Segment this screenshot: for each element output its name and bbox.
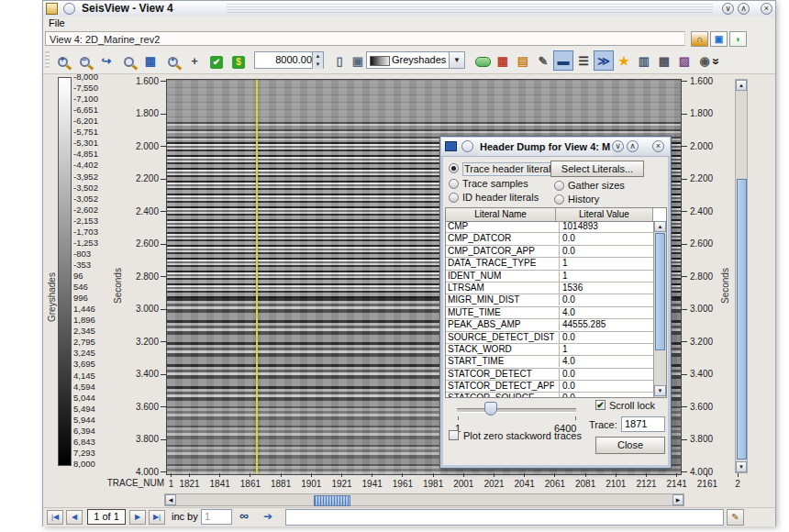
- edit-command-icon[interactable]: ✎: [727, 509, 744, 526]
- table-row[interactable]: MUTE_TIME4.0: [446, 307, 653, 319]
- radio-trace-header-literals[interactable]: [449, 163, 459, 173]
- command-field[interactable]: [285, 509, 724, 526]
- search-traces-icon[interactable]: ∞: [239, 508, 249, 523]
- spinner-down-icon[interactable]: ▼: [312, 61, 323, 69]
- table-scroll-down-icon[interactable]: ▼: [654, 385, 666, 396]
- report-icon[interactable]: ▥: [634, 50, 654, 71]
- maximize-icon[interactable]: ∧: [738, 3, 750, 15]
- table-row[interactable]: STACK_WORD1: [446, 344, 653, 356]
- zoom-reset-icon[interactable]: [118, 50, 139, 71]
- zoom-rect-icon[interactable]: ▪: [162, 50, 183, 71]
- scroll-left-icon[interactable]: ◀: [165, 494, 176, 505]
- dialog-titlebar[interactable]: Header Dump for View 4: M ∨ ∧ ×: [441, 138, 670, 157]
- dialog-close-icon[interactable]: ×: [652, 140, 664, 152]
- detach-view-icon[interactable]: ◗: [729, 31, 747, 47]
- horizontal-scrollbar[interactable]: ◀ ▶: [164, 493, 684, 506]
- radio-id-header-literals-label[interactable]: ID header literals: [462, 192, 539, 204]
- table-row[interactable]: MIGR_MIN_DIST0.0: [446, 294, 653, 306]
- spinner-up-icon[interactable]: ▲: [312, 52, 323, 61]
- inc-by-field[interactable]: 1: [201, 509, 232, 525]
- dialog-system-menu-icon[interactable]: [461, 140, 473, 152]
- table-scroll-thumb[interactable]: [655, 233, 665, 350]
- column-header[interactable]: Literal Value: [556, 208, 653, 221]
- radio-id-header-literals[interactable]: [449, 193, 459, 203]
- table-row[interactable]: DATA_TRACE_TYPE1: [446, 258, 653, 270]
- film-icon[interactable]: ▩: [654, 50, 674, 71]
- overlay-grid-icon[interactable]: ▦: [493, 50, 513, 71]
- radio-gather-sizes-label[interactable]: Gather sizes: [568, 180, 625, 192]
- table-row[interactable]: LTRSAM1536: [446, 283, 653, 294]
- movie-icon[interactable]: ▬: [553, 50, 573, 71]
- table-row[interactable]: CMP_DATCOR_APP0.0: [446, 246, 653, 258]
- scale-spinner[interactable]: 8000.00 ▲ ▼: [254, 51, 324, 69]
- window-titlebar[interactable]: SeisView - View 4 ∨ ∧ ×: [43, 1, 775, 17]
- table-row[interactable]: START_TIME4.0: [446, 356, 653, 368]
- auto-gain-icon[interactable]: $: [228, 50, 249, 71]
- literals-table[interactable]: Literal Name Literal Value CMP1014893CMP…: [445, 207, 667, 398]
- dialog-maximize-icon[interactable]: ∧: [627, 140, 639, 152]
- scroll-right-icon[interactable]: ▶: [672, 494, 683, 505]
- table-row[interactable]: STATCOR_SOURCE0.0: [446, 393, 653, 397]
- last-page-button[interactable]: ▶|: [149, 510, 165, 525]
- zoom-out-icon[interactable]: −: [74, 50, 94, 71]
- vertical-scroll-thumb[interactable]: [737, 179, 747, 460]
- trace-slider-track[interactable]: [457, 408, 576, 413]
- trace-slider-thumb[interactable]: [484, 402, 497, 416]
- crosshair-icon[interactable]: +: [184, 50, 205, 71]
- table-scrollbar[interactable]: ▲ ▼: [653, 221, 666, 397]
- table-row[interactable]: IDENT_NUM1: [446, 271, 653, 283]
- dialog-minimize-icon[interactable]: ∨: [612, 140, 624, 152]
- radio-history[interactable]: [554, 194, 564, 205]
- apply-icon[interactable]: ✔: [206, 50, 227, 71]
- radio-gather-sizes[interactable]: [554, 181, 564, 191]
- plot-zero-checkbox[interactable]: [449, 430, 459, 440]
- fast-forward-icon[interactable]: ≫: [594, 50, 614, 71]
- toolbar-overflow-icon[interactable]: »: [713, 53, 720, 70]
- scroll-lock-checkbox[interactable]: ✔: [595, 400, 606, 410]
- table-row[interactable]: STATCOR_DETECT_APP0.0: [446, 381, 653, 393]
- next-page-button[interactable]: ▶: [129, 510, 146, 525]
- table-row[interactable]: SOURCE_DETECT_DIST0.0: [446, 332, 653, 344]
- system-menu-icon[interactable]: [63, 3, 75, 15]
- scroll-lock-label[interactable]: Scroll lock: [609, 400, 655, 411]
- plot-zero-label[interactable]: Plot zero stackword traces: [463, 430, 582, 441]
- trash-icon[interactable]: ▯: [329, 50, 350, 71]
- copy-icon[interactable]: ▣: [348, 50, 368, 71]
- scroll-up-icon[interactable]: ▲: [736, 80, 747, 91]
- radio-trace-header-literals-label[interactable]: Trace header literals: [462, 162, 558, 176]
- favorites-icon[interactable]: ★: [614, 50, 634, 71]
- first-page-button[interactable]: |◀: [47, 510, 63, 525]
- scroll-down-icon[interactable]: ▼: [736, 461, 747, 472]
- vertical-scrollbar[interactable]: ▲ ▼: [735, 79, 748, 473]
- radio-trace-samples[interactable]: [449, 179, 459, 189]
- toolbar-grip[interactable]: [45, 51, 50, 70]
- table-scroll-up-icon[interactable]: ▲: [654, 221, 666, 232]
- table-row[interactable]: CMP_DATCOR0.0: [446, 233, 653, 245]
- zoom-previous-icon[interactable]: ↪: [96, 50, 117, 71]
- radio-trace-samples-label[interactable]: Trace samples: [462, 178, 528, 190]
- horizontal-scroll-thumb[interactable]: [314, 495, 350, 506]
- radio-history-label[interactable]: History: [568, 194, 599, 205]
- lock-icon[interactable]: ∩: [691, 31, 708, 47]
- layers-icon[interactable]: ☰: [573, 50, 594, 71]
- chevron-down-icon[interactable]: ▼: [449, 52, 464, 68]
- menu-file[interactable]: File: [49, 17, 65, 28]
- colormap-dropdown[interactable]: Greyshades ▼: [366, 51, 465, 69]
- pan-icon[interactable]: [472, 50, 493, 71]
- table-row[interactable]: STATCOR_DETECT0.0: [446, 369, 653, 381]
- restore-view-icon[interactable]: ▣: [710, 31, 728, 47]
- tile-view-icon[interactable]: ▦: [140, 50, 161, 71]
- zoom-in-icon[interactable]: +: [52, 50, 72, 71]
- table-row[interactable]: PEAK_ABS_AMP44555.285: [446, 319, 653, 331]
- edit-page-icon[interactable]: ✎: [533, 50, 553, 71]
- close-icon[interactable]: ×: [761, 3, 772, 15]
- close-button[interactable]: Close: [595, 437, 665, 454]
- histogram-icon[interactable]: ▨: [674, 50, 695, 71]
- prev-page-button[interactable]: ◀: [66, 510, 83, 525]
- minimize-icon[interactable]: ∨: [722, 3, 734, 15]
- table-row[interactable]: CMP1014893: [446, 221, 653, 233]
- goto-icon[interactable]: ➔: [263, 510, 272, 523]
- column-header[interactable]: Literal Name: [446, 208, 556, 221]
- trace-field[interactable]: 1871: [621, 416, 665, 432]
- gathers-icon[interactable]: ▤: [513, 50, 533, 71]
